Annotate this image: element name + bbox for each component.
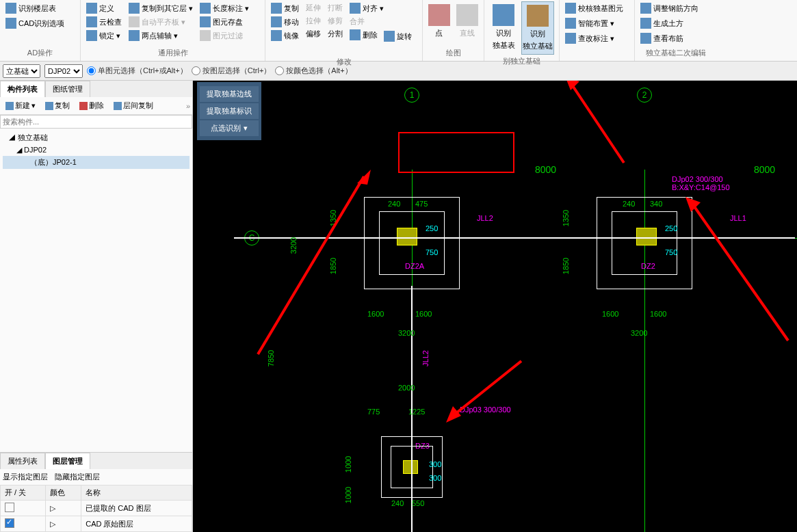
btn-split[interactable]: 分割 (325, 27, 345, 40)
label-jll2: JLL2 (477, 214, 493, 222)
btn-cloud-check[interactable]: 云检查 (83, 15, 125, 29)
tree-djp02[interactable]: ◢ DJP02 (3, 144, 190, 156)
group-label-rec: 别独立基础 (487, 55, 556, 68)
btn-line[interactable]: 直线 (454, 1, 482, 46)
btn-smart-layout[interactable]: 智能布置 ▾ (562, 16, 631, 30)
tab-layers[interactable]: 图层管理 (45, 453, 90, 469)
btn-gen-earth[interactable]: 生成土方 (638, 16, 714, 30)
left-pane: 构件列表 图纸管理 新建 ▾ 复制 删除 层间复制 » ◢ 独立基础 ◢ DJP… (0, 81, 193, 532)
layer-row[interactable]: ▷已提取的 CAD 图层 (1, 501, 192, 516)
ribbon: 识别楼层表 CAD识别选项 AD操作 定义 云检查 锁定 ▾ 复制到其它层 ▾ … (0, 0, 797, 62)
grid-bubble-1: 1 (404, 88, 419, 103)
btn-filter-elem[interactable]: 图元过滤 (197, 29, 252, 42)
btn-rec-footing[interactable]: 识别独立基础 (521, 1, 554, 55)
component-tree: ◢ 独立基础 ◢ DJP02 （底）JP02-1 (0, 129, 192, 452)
btn-show-layer[interactable]: 显示指定图层 (3, 472, 48, 482)
btn-length-dim[interactable]: 长度标注 ▾ (197, 1, 252, 15)
arrow-1 (248, 170, 371, 361)
layer-table: 开 / 关颜色名称 ▷已提取的 CAD 图层 ▷CAD 原始图层 (0, 485, 192, 532)
arrow-2 (562, 81, 631, 170)
svg-line-2 (569, 81, 624, 163)
tab-components[interactable]: 构件列表 (0, 81, 45, 97)
btn-del2[interactable]: 删除 (76, 99, 107, 112)
more-icon[interactable]: » (186, 102, 190, 110)
btn-extend[interactable]: 延伸 (303, 1, 324, 14)
btn-copy2[interactable]: 复制 (42, 99, 73, 112)
btn-adjust-rebar[interactable]: 调整钢筋方向 (638, 1, 714, 15)
radio-layer[interactable]: 按图层选择（Ctrl+） (192, 66, 272, 76)
btn-copy[interactable]: 复制 (268, 1, 302, 15)
svg-marker-7 (446, 406, 461, 423)
btn-rotate[interactable]: 旋转 (381, 29, 421, 43)
column-1 (397, 228, 417, 245)
svg-marker-1 (357, 170, 371, 185)
dim-8000b: 8000 (754, 164, 775, 175)
label-djp02: DJp02 300/300 (672, 175, 723, 183)
tab-drawings[interactable]: 图纸管理 (45, 81, 90, 97)
svg-marker-3 (566, 81, 579, 90)
btn-floor-table[interactable]: 识别楼层表 (3, 1, 77, 15)
search-input[interactable] (0, 115, 192, 129)
btn-trim[interactable]: 修剪 (325, 14, 345, 27)
tree-djp02-1[interactable]: （底）JP02-1 (3, 156, 190, 169)
btn-lock[interactable]: 锁定 ▾ (83, 29, 125, 42)
btn-new[interactable]: 新建 ▾ (2, 99, 39, 112)
checkbox-icon[interactable] (5, 503, 14, 512)
btn-move[interactable]: 移动 (268, 15, 302, 29)
label-djp02b: B:X&Y:C14@150 (672, 183, 730, 191)
radio-color[interactable]: 按颜色选择（Alt+） (275, 66, 352, 76)
btn-align[interactable]: 对齐 ▾ (347, 1, 387, 15)
svg-line-0 (258, 176, 364, 354)
btn-rec-table[interactable]: 识别独基表 (487, 1, 520, 55)
label-djp03: DJp03 300/300 (460, 405, 511, 414)
svg-line-4 (692, 204, 788, 341)
btn-point-recognize[interactable]: 点选识别 (200, 120, 259, 136)
cad-canvas[interactable]: 1 2 C 8000 8000 DJp02 300/300 B:X&Y:C14@… (193, 81, 797, 532)
expand-icon[interactable]: ▷ (50, 504, 55, 512)
btn-cad-options[interactable]: CAD识别选项 (3, 16, 77, 30)
btn-define[interactable]: 定义 (83, 1, 125, 15)
tab-props[interactable]: 属性列表 (0, 453, 45, 469)
column-3 (403, 460, 418, 474)
expand-icon[interactable]: ▷ (50, 520, 55, 528)
label-jll1: JLL1 (730, 214, 746, 222)
column-2 (636, 228, 657, 245)
btn-point[interactable]: 点 (426, 1, 453, 46)
group-label-cad: AD操作 (3, 46, 77, 59)
btn-two-point-axis[interactable]: 两点辅轴 ▾ (126, 29, 196, 42)
grid-bubble-2: 2 (637, 88, 652, 103)
type-select[interactable]: 立基础 (3, 64, 40, 78)
btn-extract-edge[interactable]: 提取独基边线 (200, 86, 259, 102)
layer-row[interactable]: ▷CAD 原始图层 (1, 516, 192, 532)
btn-break[interactable]: 打断 (325, 1, 345, 14)
btn-hide-layer[interactable]: 隐藏指定图层 (55, 472, 100, 482)
member-select[interactable]: DJP02 (44, 64, 83, 78)
tree-root[interactable]: ◢ 独立基础 (3, 131, 190, 144)
group-label-draw: 绘图 (426, 46, 481, 59)
btn-offset[interactable]: 偏移 (303, 27, 324, 40)
btn-mirror[interactable]: 镜像 (268, 29, 302, 42)
checkbox-icon[interactable] (5, 518, 14, 528)
btn-save-elem[interactable]: 图元存盘 (197, 15, 252, 29)
btn-copy-to-layer[interactable]: 复制到其它层 ▾ (126, 1, 196, 15)
recognize-panel: 提取独基边线 提取独基标识 点选识别 (197, 82, 261, 140)
group-label-general: 通用操作 (83, 46, 262, 59)
btn-check-footing[interactable]: 校核独基图元 (562, 1, 631, 15)
group-label-edit2: 独立基础二次编辑 (638, 46, 714, 59)
btn-check-dim[interactable]: 查改标注 ▾ (562, 31, 631, 45)
btn-layer-copy[interactable]: 层间复制 (110, 99, 157, 112)
btn-extract-mark[interactable]: 提取独基标识 (200, 103, 259, 119)
btn-view-rebar[interactable]: 查看布筋 (638, 31, 714, 45)
radio-single[interactable]: 单图元选择（Ctrl+或Alt+） (87, 66, 187, 76)
annotation-box (398, 132, 514, 173)
btn-auto-level[interactable]: 自动平齐板 ▾ (126, 15, 196, 29)
btn-merge[interactable]: 合并 (347, 15, 387, 28)
dim-8000a: 8000 (535, 164, 556, 175)
btn-stretch[interactable]: 拉伸 (303, 14, 324, 27)
